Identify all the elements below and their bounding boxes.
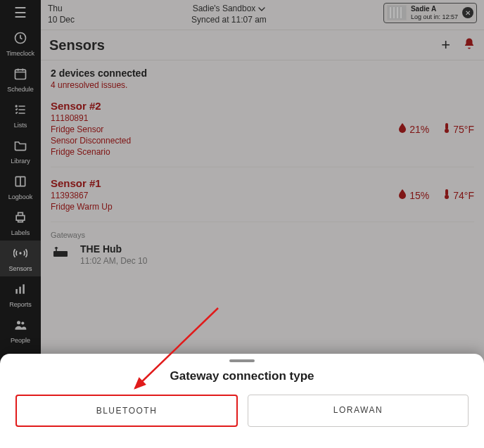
synced-label: Synced at 11:07 am [75, 14, 383, 25]
avatar [387, 5, 407, 20]
sensor-id: 11393867 [51, 191, 398, 200]
chevron-down-icon [258, 3, 265, 14]
svg-rect-3 [15, 177, 25, 186]
nav-schedule[interactable]: Schedule [0, 61, 41, 97]
sensor-row[interactable]: Sensor #111393867Fridge Warm Up15%74°F [51, 167, 474, 222]
svg-rect-11 [388, 6, 406, 20]
unresolved-issues: 4 unresolved issues. [51, 80, 474, 90]
sheet-title: Gateway connection type [0, 369, 484, 383]
svg-rect-7 [19, 287, 21, 294]
sensor-name: Sensor #1 [51, 177, 398, 189]
option-lorawan[interactable]: LORAWAN [248, 395, 469, 427]
sensor-id: 11180891 [51, 113, 398, 123]
svg-rect-12 [445, 123, 448, 129]
sandbox-selector[interactable]: Sadie's Sandbox [193, 3, 266, 14]
humidity: 15% [398, 189, 429, 201]
nav-label: Logbook [8, 193, 33, 200]
nav-label: Schedule [7, 86, 34, 93]
humidity: 21% [398, 123, 429, 135]
svg-point-2 [15, 105, 17, 107]
bottom-sheet: Gateway connection type BLUETOOTH LORAWA… [0, 354, 484, 448]
current-date: Thu 10 Dec [48, 3, 75, 25]
sensor-line: Fridge Scenario [51, 147, 398, 157]
logout-timer: Log out in: 12:57 [411, 13, 458, 21]
devices-connected: 2 devices connected [51, 68, 474, 79]
svg-rect-16 [53, 251, 68, 257]
temperature: 75°F [443, 122, 474, 136]
menu-button[interactable]: ☰ [0, 0, 41, 25]
nav-logbook[interactable]: Logbook [0, 169, 41, 205]
option-bluetooth[interactable]: BLUETOOTH [15, 395, 238, 427]
temperature: 74°F [443, 188, 474, 202]
signal-icon [13, 246, 27, 262]
sandbox-name: Sadie's Sandbox [193, 3, 256, 14]
svg-rect-1 [15, 70, 26, 79]
date-label: 10 Dec [48, 14, 75, 25]
svg-point-10 [21, 321, 24, 324]
svg-point-9 [17, 321, 20, 324]
page-header: Sensors + [41, 30, 484, 60]
people-icon [13, 318, 27, 334]
svg-point-15 [445, 195, 449, 199]
nav-label: Labels [11, 229, 30, 236]
add-button[interactable]: + [441, 36, 450, 54]
list-icon [13, 103, 27, 119]
gateways-heading: Gateways [51, 231, 474, 239]
user-box[interactable]: Sadie A Log out in: 12:57 ✕ [383, 3, 477, 23]
svg-point-0 [15, 33, 26, 44]
droplet-icon [398, 123, 407, 135]
nav-label: Timeclock [6, 50, 34, 57]
svg-rect-4 [16, 216, 25, 221]
nav-lists[interactable]: Lists [0, 97, 41, 133]
nav-timeclock[interactable]: Timeclock [0, 25, 41, 61]
sensor-line: Sensor Disconnected [51, 136, 398, 146]
gateway-icon [51, 243, 70, 259]
nav-label: People [11, 337, 30, 344]
nav-sensors[interactable]: Sensors [0, 241, 41, 276]
sensor-name: Sensor #2 [51, 100, 398, 112]
nav-label: Reports [9, 301, 32, 308]
day-label: Thu [48, 3, 75, 14]
nav-reports[interactable]: Reports [0, 276, 41, 312]
sensor-line: Fridge Sensor [51, 124, 398, 134]
gateway-time: 11:02 AM, Dec 10 [80, 256, 147, 266]
gateway-row[interactable]: THE Hub 11:02 AM, Dec 10 [51, 243, 474, 266]
thermometer-icon [443, 122, 450, 136]
nav-library[interactable]: Library [0, 133, 41, 169]
book-icon [13, 174, 27, 191]
svg-rect-14 [445, 189, 448, 196]
top-bar: Thu 10 Dec Sadie's Sandbox Synced at 11:… [41, 0, 484, 30]
sheet-handle[interactable] [229, 359, 255, 362]
calendar-icon [13, 67, 27, 83]
chart-icon [13, 282, 27, 298]
svg-point-5 [19, 252, 21, 254]
clock-icon [13, 31, 27, 47]
nav-label: Library [11, 158, 30, 165]
sensor-line: Fridge Warm Up [51, 202, 398, 212]
user-name: Sadie A [411, 5, 458, 13]
alerts-icon[interactable] [463, 37, 476, 53]
droplet-icon [398, 189, 407, 201]
svg-rect-8 [23, 284, 25, 293]
folder-icon [13, 139, 27, 155]
svg-rect-6 [15, 289, 18, 294]
thermometer-icon [443, 188, 450, 202]
nav-label: Lists [14, 122, 27, 129]
nav-labels[interactable]: Labels [0, 205, 41, 241]
nav-label: Sensors [8, 265, 32, 272]
summary: 2 devices connected 4 unresolved issues. [51, 68, 474, 90]
close-icon[interactable]: ✕ [462, 7, 473, 18]
page-title: Sensors [49, 37, 441, 53]
svg-point-13 [445, 129, 449, 133]
printer-icon [13, 210, 27, 226]
gateway-name: THE Hub [80, 243, 147, 255]
sensor-row[interactable]: Sensor #211180891Fridge SensorSensor Dis… [51, 90, 474, 167]
nav-people[interactable]: People [0, 312, 41, 348]
